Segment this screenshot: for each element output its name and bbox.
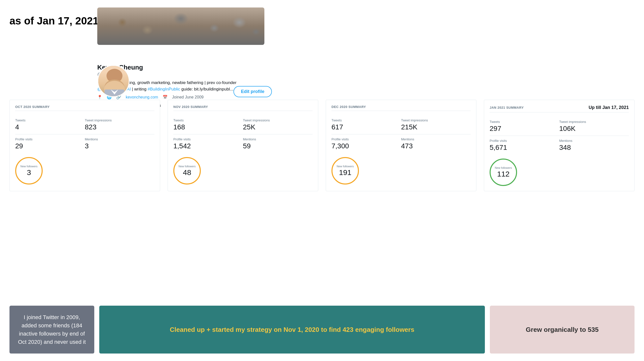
profile-banner — [97, 7, 264, 45]
gray-annotation: I joined Twitter in 2009, added some fri… — [10, 306, 94, 354]
date-label: as of Jan 17, 2021 — [10, 15, 98, 27]
jan-summary-title: JAN 2021 SUMMARY — [490, 106, 524, 109]
bottom-annotations: I joined Twitter in 2009, added some fri… — [10, 306, 634, 354]
profile-section: Edit profile Kevon Cheung @kevon69 tweet… — [97, 7, 272, 108]
oct-summary-grid: Tweets 4 Tweet impressions 823 Profile v… — [15, 115, 154, 153]
nov-impressions: Tweet impressions 25K — [243, 115, 312, 134]
nov-visits: Profile visits 1,542 — [173, 134, 243, 153]
joined-date: Joined June 2009 — [172, 95, 204, 99]
banner-background — [97, 7, 264, 45]
jan-subtitle: Up till Jan 17, 2021 — [589, 105, 629, 110]
dec-summary-title: DEC 2020 SUMMARY — [332, 105, 471, 111]
nov-summary-title: NOV 2020 SUMMARY — [173, 105, 312, 111]
dec-mentions: Mentions 473 — [401, 134, 471, 153]
nov-tweets: Tweets 168 — [173, 115, 243, 134]
dec-summary-grid: Tweets 617 Tweet impressions 215K Profil… — [332, 115, 471, 153]
nov-summary-grid: Tweets 168 Tweet impressions 25K Profile… — [173, 115, 312, 153]
dec-summary-card: DEC 2020 SUMMARY Tweets 617 Tweet impres… — [326, 100, 476, 191]
calendar-icon: 📅 — [162, 95, 168, 99]
jan-summary-card: JAN 2021 SUMMARY Up till Jan 17, 2021 Tw… — [484, 100, 634, 191]
avatar — [97, 65, 130, 97]
jan-tweets: Tweets 297 — [490, 117, 559, 136]
avatar-image — [98, 66, 129, 96]
jan-new-followers-circle: New followers 112 — [490, 159, 517, 186]
oct-mentions: Mentions 3 — [85, 134, 154, 153]
nov-new-followers-circle: New followers 48 — [173, 157, 201, 184]
oct-summary-title: OCT 2020 SUMMARY — [15, 105, 154, 111]
oct-visits: Profile visits 29 — [15, 134, 85, 153]
oct-impressions: Tweet impressions 823 — [85, 115, 154, 134]
jan-summary-grid: Tweets 297 Tweet impressions 106K Profil… — [490, 117, 629, 155]
oct-new-followers-circle: New followers 3 — [15, 157, 43, 184]
website-link[interactable]: kevoncheung.com — [126, 95, 158, 99]
summaries-container: OCT 2020 SUMMARY Tweets 4 Tweet impressi… — [10, 100, 634, 191]
jan-visits: Profile visits 5,671 — [490, 136, 559, 155]
jan-header: JAN 2021 SUMMARY Up till Jan 17, 2021 — [490, 105, 629, 112]
dec-visits: Profile visits 7,300 — [332, 134, 401, 153]
nov-mentions: Mentions 59 — [243, 134, 312, 153]
jan-impressions: Tweet impressions 106K — [559, 117, 629, 136]
jan-mentions: Mentions 348 — [559, 136, 629, 155]
dec-tweets: Tweets 617 — [332, 115, 401, 134]
nov-summary-card: NOV 2020 SUMMARY Tweets 168 Tweet impres… — [168, 100, 318, 191]
oct-summary-card: OCT 2020 SUMMARY Tweets 4 Tweet impressi… — [10, 100, 160, 191]
oct-tweets: Tweets 4 — [15, 115, 85, 134]
edit-profile-button[interactable]: Edit profile — [234, 86, 272, 97]
pink-annotation: Grew organically to 535 — [490, 306, 634, 354]
dec-impressions: Tweet impressions 215K — [401, 115, 471, 134]
teal-annotation: Cleaned up + started my strategy on Nov … — [99, 306, 485, 354]
dec-new-followers-circle: New followers 191 — [332, 157, 359, 184]
